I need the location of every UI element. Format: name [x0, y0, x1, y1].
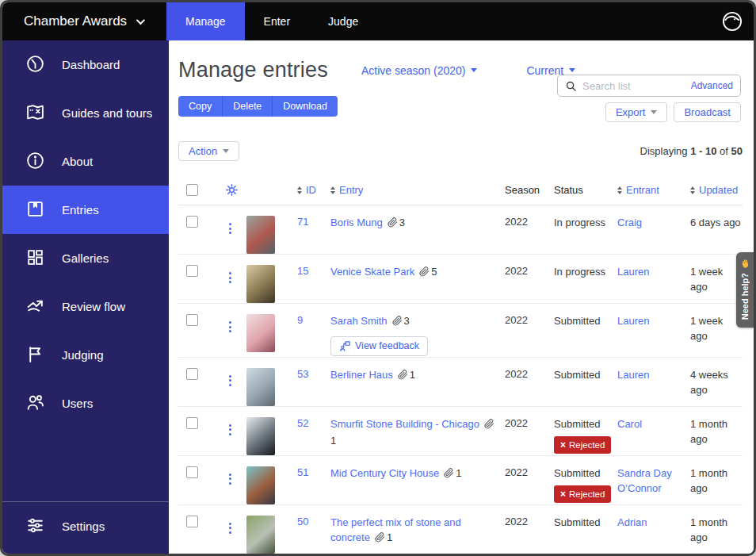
- top-bar: Chamber Awards Manage Enter Judge: [2, 2, 754, 40]
- status-cell: In progress: [554, 255, 617, 279]
- need-help-label: Need help?: [740, 273, 750, 320]
- entry-id-link[interactable]: 50: [297, 516, 308, 527]
- sidebar-item-about[interactable]: About: [2, 137, 169, 186]
- sidebar-item-dashboard[interactable]: Dashboard: [2, 40, 169, 89]
- row-checkbox[interactable]: [186, 417, 198, 429]
- entry-id-link[interactable]: 53: [297, 368, 308, 380]
- attachment-count: 1: [330, 435, 336, 447]
- entry-thumbnail[interactable]: [246, 368, 275, 406]
- entry-title-link[interactable]: Sarah Smith: [330, 315, 388, 327]
- tab-judge[interactable]: Judge: [309, 2, 377, 40]
- download-button[interactable]: Download: [273, 96, 338, 117]
- broadcast-button[interactable]: Broadcast: [674, 102, 741, 122]
- entrant-link[interactable]: Craig: [617, 217, 642, 228]
- tab-manage[interactable]: Manage: [166, 2, 245, 40]
- row-menu-kebab-icon[interactable]: [224, 374, 236, 388]
- row-menu-kebab-icon[interactable]: [224, 221, 236, 236]
- entry-id-link[interactable]: 71: [297, 216, 308, 228]
- row-checkbox[interactable]: [186, 466, 198, 478]
- sliders-icon: [25, 516, 45, 538]
- status-cell: Submitted: [554, 358, 617, 382]
- sort-icon: [330, 186, 335, 194]
- column-header-entry[interactable]: Entry: [330, 184, 505, 196]
- entry-title-link[interactable]: Boris Mung: [330, 217, 383, 228]
- attachment-count: 1: [410, 369, 415, 381]
- account-avatar-icon[interactable]: [721, 10, 743, 33]
- sidebar-item-judging[interactable]: Judging: [2, 331, 169, 379]
- flow-arrow-icon: [25, 296, 45, 318]
- sidebar-item-galleries[interactable]: Galleries: [2, 234, 169, 282]
- status-label: In progress: [554, 266, 605, 278]
- entry-thumbnail[interactable]: [246, 516, 275, 554]
- need-help-tab[interactable]: Need help?: [736, 252, 754, 328]
- updated-cell: 6 days ago: [690, 205, 743, 231]
- entry-thumbnail[interactable]: [246, 265, 275, 303]
- action-button[interactable]: Action: [178, 141, 239, 161]
- grid-icon: [25, 247, 45, 270]
- attachment-paperclip-icon: [444, 469, 454, 481]
- brand-menu[interactable]: Chamber Awards: [2, 2, 166, 40]
- row-checkbox[interactable]: [186, 516, 198, 527]
- sidebar-item-review-flow[interactable]: Review flow: [2, 282, 169, 331]
- table-row: 51 Mid Century City House1 2022 Submitte…: [178, 456, 743, 505]
- row-checkbox[interactable]: [186, 368, 198, 380]
- entry-title-link[interactable]: Smurfit Stone Building - Chicago: [330, 418, 479, 430]
- entry-id-link[interactable]: 15: [297, 265, 308, 277]
- entrant-link[interactable]: Lauren: [617, 266, 649, 278]
- entry-title-link[interactable]: Mid Century City House: [330, 467, 439, 479]
- entry-id-link[interactable]: 9: [297, 314, 303, 326]
- status-label: Submitted: [554, 418, 601, 430]
- row-checkbox[interactable]: [186, 216, 198, 228]
- status-label: Submitted: [554, 516, 601, 528]
- sidebar-item-entries[interactable]: Entries: [2, 186, 169, 234]
- attachment-paperclip-icon: [398, 370, 408, 382]
- entrant-link[interactable]: Lauren: [617, 369, 649, 381]
- status-label: Submitted: [554, 315, 601, 327]
- entry-title-link[interactable]: Venice Skate Park: [330, 266, 414, 278]
- delete-button[interactable]: Delete: [223, 96, 273, 117]
- row-menu-kebab-icon[interactable]: [224, 270, 236, 285]
- search-input[interactable]: [582, 80, 685, 92]
- entry-thumbnail[interactable]: [246, 314, 275, 352]
- entry-thumbnail[interactable]: [246, 216, 275, 254]
- row-menu-kebab-icon[interactable]: [224, 423, 236, 437]
- table-row: 15 Venice Skate Park5 2022 In progress L…: [178, 255, 743, 304]
- column-header-id[interactable]: ID: [297, 184, 330, 196]
- entry-thumbnail[interactable]: [246, 466, 275, 504]
- sidebar-item-settings[interactable]: Settings: [2, 502, 169, 550]
- row-menu-kebab-icon[interactable]: [224, 320, 236, 334]
- entrant-link[interactable]: Carol: [617, 418, 642, 430]
- row-checkbox[interactable]: [186, 265, 198, 277]
- entry-id-link[interactable]: 52: [297, 417, 308, 429]
- season-selector[interactable]: Active season (2020): [361, 64, 478, 77]
- attachment-paperclip-icon: [484, 420, 494, 431]
- copy-button[interactable]: Copy: [178, 96, 223, 117]
- entrant-link[interactable]: Lauren: [617, 315, 649, 327]
- sidebar-item-users[interactable]: Users: [2, 379, 169, 428]
- export-button[interactable]: Export: [605, 102, 668, 122]
- advanced-search-link[interactable]: Advanced: [691, 80, 733, 91]
- entry-id-link[interactable]: 51: [297, 466, 308, 478]
- sidebar-item-guides-and-tours[interactable]: Guides and tours: [2, 89, 169, 137]
- row-menu-kebab-icon[interactable]: [224, 521, 236, 535]
- select-all-checkbox[interactable]: [186, 184, 198, 196]
- status-cell: Submitted × Rejected: [554, 456, 617, 503]
- column-header-updated[interactable]: Updated: [690, 184, 743, 196]
- entry-thumbnail[interactable]: [246, 417, 275, 455]
- column-header-entrant[interactable]: Entrant: [617, 184, 690, 196]
- season-cell: 2022: [505, 205, 554, 228]
- entrant-link[interactable]: Sandra Day O’Connor: [617, 467, 672, 494]
- season-cell: 2022: [505, 456, 554, 478]
- tab-enter[interactable]: Enter: [245, 2, 309, 40]
- attachment-paperclip-icon: [375, 533, 385, 545]
- view-feedback-button[interactable]: View feedback: [330, 336, 428, 356]
- entry-title-link[interactable]: Berliner Haus: [330, 369, 393, 381]
- entry-title-link[interactable]: The perfect mix of stone and concrete: [330, 516, 461, 543]
- updated-cell: 1 month ago: [690, 407, 743, 447]
- attachment-count: 3: [404, 315, 410, 327]
- row-checkbox[interactable]: [186, 314, 198, 326]
- column-settings-gear-icon[interactable]: [225, 183, 239, 197]
- row-menu-kebab-icon[interactable]: [224, 472, 236, 486]
- season-cell: 2022: [505, 358, 554, 380]
- entrant-link[interactable]: Adrian: [617, 516, 647, 528]
